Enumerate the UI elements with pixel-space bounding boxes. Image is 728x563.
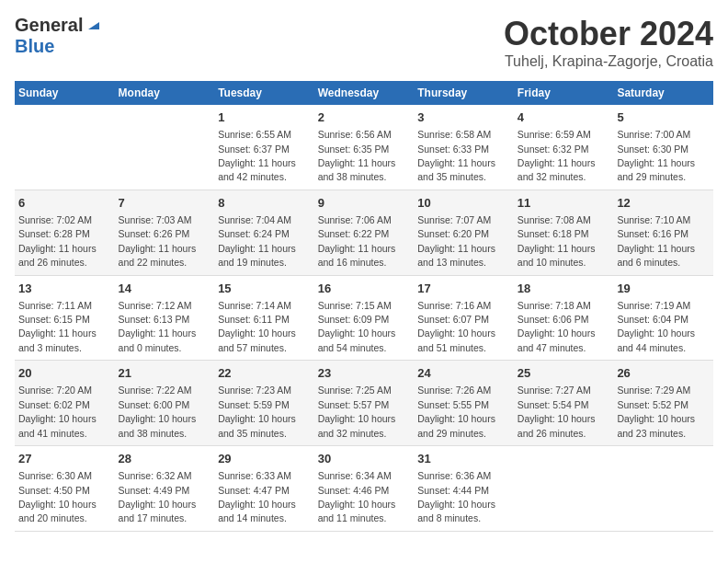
day-number: 28 [119,451,211,467]
day-number: 26 [617,365,710,382]
calendar-cell: 12Sunrise: 7:10 AM Sunset: 6:16 PM Dayli… [613,190,713,275]
day-info: Sunrise: 6:55 AM Sunset: 6:37 PM Dayligh… [218,129,296,182]
day-number: 29 [218,451,311,467]
calendar-cell: 26Sunrise: 7:29 AM Sunset: 5:52 PM Dayli… [613,361,713,446]
day-number: 12 [617,195,710,212]
day-info: Sunrise: 6:36 AM Sunset: 4:44 PM Dayligh… [417,470,495,523]
day-number: 4 [518,109,610,126]
calendar-cell: 31Sunrise: 6:36 AM Sunset: 4:44 PM Dayli… [414,446,514,532]
title-area: October 2024 Tuhelj, Krapina-Zagorje, Cr… [504,15,713,70]
day-info: Sunrise: 7:12 AM Sunset: 6:13 PM Dayligh… [119,300,197,353]
day-info: Sunrise: 7:25 AM Sunset: 5:57 PM Dayligh… [318,385,396,438]
calendar-cell: 16Sunrise: 7:15 AM Sunset: 6:09 PM Dayli… [314,275,415,361]
calendar-cell: 10Sunrise: 7:07 AM Sunset: 6:20 PM Dayli… [414,190,514,275]
day-info: Sunrise: 7:06 AM Sunset: 6:22 PM Dayligh… [318,214,396,268]
calendar-cell: 5Sunrise: 7:00 AM Sunset: 6:30 PM Daylig… [613,105,713,190]
day-number: 3 [417,109,510,126]
weekday-header: Saturday [613,81,713,105]
calendar-table: SundayMondayTuesdayWednesdayThursdayFrid… [15,81,713,532]
weekday-header: Tuesday [214,81,314,105]
weekday-header: Wednesday [314,81,415,105]
week-row: 1Sunrise: 6:55 AM Sunset: 6:37 PM Daylig… [15,105,713,190]
calendar-cell [514,446,614,532]
day-info: Sunrise: 7:16 AM Sunset: 6:07 PM Dayligh… [417,300,495,353]
day-info: Sunrise: 6:58 AM Sunset: 6:33 PM Dayligh… [417,129,495,182]
day-number: 16 [318,281,411,297]
day-number: 24 [417,365,510,382]
calendar-cell: 21Sunrise: 7:22 AM Sunset: 6:00 PM Dayli… [115,361,215,446]
week-row: 6Sunrise: 7:02 AM Sunset: 6:28 PM Daylig… [15,190,713,275]
day-number: 25 [518,365,610,382]
location-title: Tuhelj, Krapina-Zagorje, Croatia [504,53,713,70]
calendar-cell: 9Sunrise: 7:06 AM Sunset: 6:22 PM Daylig… [314,190,415,275]
calendar-cell: 23Sunrise: 7:25 AM Sunset: 5:57 PM Dayli… [314,361,415,446]
day-info: Sunrise: 7:14 AM Sunset: 6:11 PM Dayligh… [218,300,296,353]
day-number: 27 [18,451,111,467]
day-number: 2 [318,109,411,126]
calendar-cell: 3Sunrise: 6:58 AM Sunset: 6:33 PM Daylig… [414,105,514,190]
day-info: Sunrise: 7:08 AM Sunset: 6:18 PM Dayligh… [518,214,596,268]
week-row: 27Sunrise: 6:30 AM Sunset: 4:50 PM Dayli… [15,446,713,532]
day-info: Sunrise: 6:30 AM Sunset: 4:50 PM Dayligh… [18,470,97,523]
day-info: Sunrise: 7:10 AM Sunset: 6:16 PM Dayligh… [617,214,695,268]
day-info: Sunrise: 7:15 AM Sunset: 6:09 PM Dayligh… [318,300,396,353]
calendar-cell: 19Sunrise: 7:19 AM Sunset: 6:04 PM Dayli… [613,275,713,361]
calendar-cell: 24Sunrise: 7:26 AM Sunset: 5:55 PM Dayli… [414,361,514,446]
day-number: 21 [119,365,211,382]
day-number: 8 [218,195,311,212]
calendar-cell: 29Sunrise: 6:33 AM Sunset: 4:47 PM Dayli… [214,446,314,532]
day-info: Sunrise: 7:22 AM Sunset: 6:00 PM Dayligh… [119,385,197,438]
calendar-body: 1Sunrise: 6:55 AM Sunset: 6:37 PM Daylig… [15,105,713,531]
day-number: 18 [518,281,610,297]
calendar-cell [15,105,115,190]
day-info: Sunrise: 6:56 AM Sunset: 6:35 PM Dayligh… [318,129,396,182]
page-header: General Blue October 2024 Tuhelj, Krapin… [15,15,713,70]
day-number: 22 [218,365,311,382]
calendar-cell: 11Sunrise: 7:08 AM Sunset: 6:18 PM Dayli… [514,190,614,275]
weekday-header: Friday [514,81,614,105]
calendar-cell: 17Sunrise: 7:16 AM Sunset: 6:07 PM Dayli… [414,275,514,361]
calendar-cell: 20Sunrise: 7:20 AM Sunset: 6:02 PM Dayli… [15,361,115,446]
day-number: 10 [417,195,510,212]
weekday-header: Sunday [15,81,115,105]
day-number: 13 [18,281,111,297]
calendar-cell [115,105,215,190]
day-number: 23 [318,365,411,382]
weekday-header: Thursday [414,81,514,105]
calendar-cell: 13Sunrise: 7:11 AM Sunset: 6:15 PM Dayli… [15,275,115,361]
calendar-cell: 2Sunrise: 6:56 AM Sunset: 6:35 PM Daylig… [314,105,415,190]
week-row: 13Sunrise: 7:11 AM Sunset: 6:15 PM Dayli… [15,275,713,361]
day-info: Sunrise: 7:11 AM Sunset: 6:15 PM Dayligh… [18,300,97,353]
calendar-cell: 15Sunrise: 7:14 AM Sunset: 6:11 PM Dayli… [214,275,314,361]
day-info: Sunrise: 7:29 AM Sunset: 5:52 PM Dayligh… [617,385,695,438]
day-number: 11 [518,195,610,212]
logo-general: General [15,15,83,36]
day-info: Sunrise: 6:59 AM Sunset: 6:32 PM Dayligh… [518,129,596,182]
day-info: Sunrise: 7:20 AM Sunset: 6:02 PM Dayligh… [18,385,97,438]
calendar-cell: 18Sunrise: 7:18 AM Sunset: 6:06 PM Dayli… [514,275,614,361]
day-number: 17 [417,281,510,297]
svg-marker-0 [88,22,99,29]
calendar-cell: 4Sunrise: 6:59 AM Sunset: 6:32 PM Daylig… [514,105,614,190]
day-number: 9 [318,195,411,212]
day-info: Sunrise: 7:04 AM Sunset: 6:24 PM Dayligh… [218,214,296,268]
day-number: 14 [119,281,211,297]
day-number: 7 [119,195,211,212]
day-info: Sunrise: 7:23 AM Sunset: 5:59 PM Dayligh… [218,385,296,438]
week-row: 20Sunrise: 7:20 AM Sunset: 6:02 PM Dayli… [15,361,713,446]
weekday-header: Monday [115,81,215,105]
day-info: Sunrise: 7:19 AM Sunset: 6:04 PM Dayligh… [617,300,695,353]
calendar-cell: 22Sunrise: 7:23 AM Sunset: 5:59 PM Dayli… [214,361,314,446]
calendar-cell: 30Sunrise: 6:34 AM Sunset: 4:46 PM Dayli… [314,446,415,532]
day-number: 6 [18,195,111,212]
day-info: Sunrise: 7:07 AM Sunset: 6:20 PM Dayligh… [417,214,495,268]
calendar-cell: 6Sunrise: 7:02 AM Sunset: 6:28 PM Daylig… [15,190,115,275]
day-number: 5 [617,109,710,126]
day-info: Sunrise: 6:32 AM Sunset: 4:49 PM Dayligh… [119,470,197,523]
weekday-row: SundayMondayTuesdayWednesdayThursdayFrid… [15,81,713,105]
calendar-cell [613,446,713,532]
day-number: 31 [417,451,510,467]
logo-triangle-icon [85,15,103,33]
calendar-cell: 28Sunrise: 6:32 AM Sunset: 4:49 PM Dayli… [115,446,215,532]
calendar-cell: 14Sunrise: 7:12 AM Sunset: 6:13 PM Dayli… [115,275,215,361]
